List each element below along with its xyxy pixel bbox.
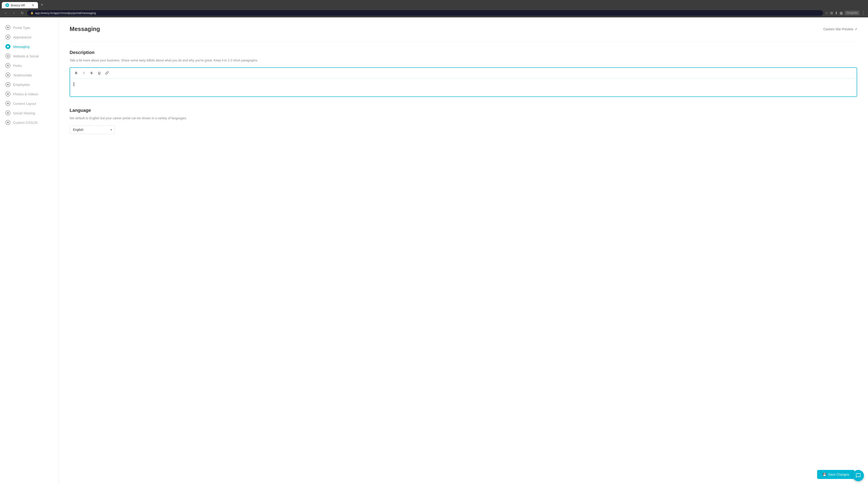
download-button[interactable]: ⬇ xyxy=(835,11,838,15)
sidebar-icon-photos-videos xyxy=(5,92,10,96)
careers-site-preview-link[interactable]: Careers Site Preview ↗ xyxy=(824,27,857,31)
italic-button[interactable]: I xyxy=(81,70,87,76)
language-section-title: Language xyxy=(70,108,857,113)
sidebar-label-employees: Employees xyxy=(13,83,30,87)
sidebar-item-appearance[interactable]: Appearance xyxy=(0,32,59,42)
back-button[interactable]: ‹ xyxy=(3,10,9,16)
app-container: Portal Type Appearance Messaging Website… xyxy=(0,18,868,484)
preview-link-label: Careers Site Preview xyxy=(824,27,853,31)
address-bar-row: ‹ › ↻ 🔒 app.breezy.hr/app/c/moodjoy/port… xyxy=(0,8,868,18)
sidebar-label-messaging: Messaging xyxy=(13,45,30,48)
chat-widget-button[interactable] xyxy=(852,470,864,481)
bold-button[interactable]: B xyxy=(73,70,80,76)
save-button-container: 💾 Save Changes xyxy=(817,470,855,479)
sidebar-icon-website-social xyxy=(5,54,10,59)
sidebar-label-portal-type: Portal Type xyxy=(13,26,30,30)
sidebar-icon-messaging xyxy=(5,44,10,49)
sidebar-label-perks: Perks xyxy=(13,64,22,68)
sidebar-toggle-button[interactable]: ▦ xyxy=(839,11,843,15)
extensions-button[interactable]: ⊞ xyxy=(830,11,833,15)
url-display: app.breezy.hr/app/c/moodjoy/portal/messa… xyxy=(35,11,96,15)
sidebar-label-custom-css-js: Custom CSS/JS xyxy=(13,121,37,125)
strikethrough-button[interactable]: S xyxy=(88,70,95,76)
sidebar-icon-content-layout xyxy=(5,101,10,106)
sidebar-icon-appearance xyxy=(5,35,10,39)
external-link-icon: ↗ xyxy=(855,27,857,31)
sidebar-item-content-layout[interactable]: Content Layout xyxy=(0,99,59,108)
save-changes-button[interactable]: 💾 Save Changes xyxy=(817,470,855,479)
underline-button[interactable]: U xyxy=(96,70,103,76)
sidebar-item-photos-videos[interactable]: Photos & Videos xyxy=(0,89,59,99)
language-section: Language We default to English but your … xyxy=(70,108,857,134)
description-editor[interactable]: B I S U xyxy=(70,67,857,97)
tab-close-button[interactable]: ✕ xyxy=(32,3,34,7)
language-select[interactable]: English Spanish French German Portuguese… xyxy=(70,125,115,134)
sidebar-label-testimonials: Testimonials xyxy=(13,73,32,77)
address-bar[interactable]: 🔒 app.breezy.hr/app/c/moodjoy/portal/mes… xyxy=(27,10,823,16)
sidebar-icon-social-sharing xyxy=(5,110,10,116)
main-content: Messaging Careers Site Preview ↗ Descrip… xyxy=(59,18,868,484)
sidebar-label-website-social: Website & Social xyxy=(13,54,39,58)
sidebar-item-portal-type[interactable]: Portal Type xyxy=(0,23,59,32)
tab-bar: B Breezy HR ✕ + xyxy=(0,0,868,8)
sidebar-icon-custom-css-js xyxy=(5,120,10,125)
sidebar-item-messaging[interactable]: Messaging xyxy=(0,42,59,51)
reload-button[interactable]: ↻ xyxy=(19,10,25,16)
editor-body[interactable] xyxy=(70,78,857,96)
sidebar: Portal Type Appearance Messaging Website… xyxy=(0,18,59,484)
bookmark-button[interactable]: ☆ xyxy=(825,11,828,15)
language-section-text: We default to English but your career po… xyxy=(70,116,857,121)
tab-favicon: B xyxy=(5,3,9,7)
active-tab[interactable]: B Breezy HR ✕ xyxy=(2,2,38,8)
sidebar-icon-portal-type xyxy=(5,25,10,30)
save-button-label: Save Changes xyxy=(828,473,849,476)
sidebar-item-perks[interactable]: Perks xyxy=(0,61,59,70)
sidebar-icon-testimonials xyxy=(5,72,10,77)
menu-button[interactable]: ⋮ xyxy=(861,10,865,15)
sidebar-item-employees[interactable]: Employees xyxy=(0,80,59,89)
editor-toolbar: B I S U xyxy=(70,68,857,78)
sidebar-item-custom-css-js[interactable]: Custom CSS/JS xyxy=(0,118,59,127)
header-divider xyxy=(70,41,857,42)
forward-button[interactable]: › xyxy=(11,10,17,16)
page-title: Messaging xyxy=(70,26,100,33)
sidebar-label-social-sharing: Social Sharing xyxy=(13,111,35,115)
incognito-badge: Incognito xyxy=(845,11,860,15)
new-tab-button[interactable]: + xyxy=(39,1,45,8)
sidebar-label-content-layout: Content Layout xyxy=(13,102,36,105)
sidebar-item-website-social[interactable]: Website & Social xyxy=(0,51,59,61)
description-section-title: Description xyxy=(70,50,857,55)
language-select-wrapper: English Spanish French German Portuguese… xyxy=(70,125,115,134)
description-section: Description Talk a bit more about your b… xyxy=(70,50,857,97)
description-section-text: Talk a bit more about your business. Sha… xyxy=(70,58,857,63)
sidebar-icon-perks xyxy=(5,63,10,68)
sidebar-item-testimonials[interactable]: Testimonials xyxy=(0,70,59,80)
sidebar-label-photos-videos: Photos & Videos xyxy=(13,92,38,96)
sidebar-label-appearance: Appearance xyxy=(13,35,31,39)
text-cursor xyxy=(74,82,74,86)
sidebar-item-social-sharing[interactable]: Social Sharing xyxy=(0,108,59,118)
sidebar-icon-employees xyxy=(5,82,10,87)
page-header: Messaging Careers Site Preview ↗ xyxy=(70,26,857,33)
save-icon: 💾 xyxy=(823,473,827,476)
tab-title: Breezy HR xyxy=(11,4,25,7)
link-button[interactable] xyxy=(103,70,110,76)
